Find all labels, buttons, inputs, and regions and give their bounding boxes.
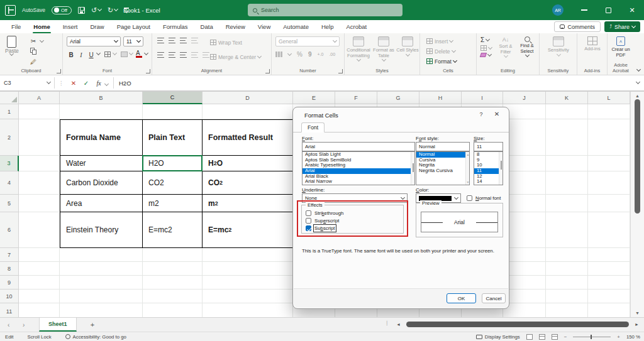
grid-cell[interactable] bbox=[143, 262, 203, 276]
accounting-format-icon[interactable] bbox=[275, 51, 282, 57]
alignment-launcher-icon[interactable] bbox=[265, 69, 270, 73]
row-header-3[interactable]: 3 bbox=[0, 156, 19, 171]
horizontal-scrollbar[interactable] bbox=[405, 322, 631, 327]
new-sheet-button[interactable]: + bbox=[88, 320, 97, 329]
table-header-cell[interactable]: Formatted Result bbox=[203, 120, 292, 156]
font-style-input[interactable]: Normal bbox=[416, 142, 470, 151]
clear-button[interactable] bbox=[480, 53, 492, 57]
font-list-item[interactable]: Arial Narrow bbox=[303, 179, 414, 185]
formula-input[interactable]: H2O bbox=[114, 75, 631, 90]
restore-button[interactable] bbox=[596, 0, 620, 20]
column-header-i[interactable]: I bbox=[462, 92, 503, 104]
grid-cell[interactable] bbox=[19, 262, 60, 276]
grid-cell[interactable] bbox=[503, 262, 546, 276]
grid-cell[interactable] bbox=[546, 156, 588, 171]
row-header-7[interactable]: 7 bbox=[0, 248, 19, 262]
select-all-corner[interactable] bbox=[0, 92, 19, 104]
underline-dropdown[interactable]: None bbox=[302, 193, 408, 203]
merge-center-button[interactable]: Merge & Center bbox=[210, 52, 261, 62]
page-layout-view-icon[interactable] bbox=[539, 334, 545, 340]
grid-cell[interactable] bbox=[203, 104, 293, 119]
zoom-out-icon[interactable]: − bbox=[564, 334, 567, 340]
scrollbar-splitter-icon[interactable]: ⁞ bbox=[386, 320, 388, 327]
underline-button[interactable]: U bbox=[87, 50, 96, 59]
format-painter-icon[interactable]: 🖉 bbox=[29, 57, 38, 66]
share-button[interactable]: ⤴Share bbox=[604, 21, 640, 32]
row-header-1[interactable]: 1 bbox=[0, 104, 19, 119]
align-bottom-icon[interactable] bbox=[180, 38, 187, 43]
subscript-checkbox[interactable]: Subscript bbox=[306, 225, 335, 231]
ribbon-tab[interactable]: Insert bbox=[57, 20, 84, 33]
ribbon-tab[interactable]: View bbox=[252, 20, 277, 33]
grid-cell[interactable] bbox=[143, 290, 203, 303]
autosum-button[interactable]: Σ bbox=[480, 36, 492, 43]
grid-cell[interactable] bbox=[19, 195, 60, 212]
zoom-slider[interactable] bbox=[573, 337, 611, 337]
grid-cell[interactable] bbox=[588, 156, 630, 171]
bold-button[interactable]: B bbox=[67, 50, 75, 59]
fill-color-button[interactable] bbox=[121, 51, 128, 57]
number-format-combo[interactable]: General bbox=[275, 36, 340, 46]
ribbon-tab[interactable]: Page Layout bbox=[111, 20, 157, 33]
font-list-item[interactable]: Arabic Typesetting bbox=[303, 163, 414, 168]
row-header-6[interactable]: 6 bbox=[0, 212, 19, 248]
increase-decimal-icon[interactable]: +.0 bbox=[317, 52, 323, 57]
table-cell[interactable]: m2 bbox=[203, 195, 292, 212]
grid-cell[interactable] bbox=[203, 276, 293, 290]
column-header-h[interactable]: H bbox=[419, 92, 462, 104]
row-header-2[interactable]: 2 bbox=[0, 119, 19, 156]
ribbon-tab[interactable]: Formulas bbox=[157, 20, 194, 33]
align-top-icon[interactable] bbox=[157, 38, 164, 43]
copy-icon[interactable] bbox=[30, 48, 36, 55]
column-header-d[interactable]: D bbox=[203, 92, 293, 104]
font-launcher-icon[interactable] bbox=[146, 69, 150, 73]
minimize-button[interactable] bbox=[572, 0, 596, 20]
grid-cell[interactable] bbox=[60, 104, 143, 119]
borders-button[interactable] bbox=[104, 51, 111, 57]
zoom-in-icon[interactable]: + bbox=[617, 334, 620, 340]
ribbon-tab[interactable]: Draw bbox=[84, 20, 110, 33]
grid-cell[interactable] bbox=[546, 276, 588, 290]
prev-sheet-icon[interactable]: ‹ bbox=[8, 318, 9, 332]
table-cell[interactable]: E=mc2 bbox=[203, 212, 292, 247]
italic-button[interactable]: I bbox=[77, 50, 86, 59]
grid-cell[interactable] bbox=[60, 248, 143, 262]
row-header-8[interactable]: 8 bbox=[0, 262, 19, 276]
vertical-scroll-thumb[interactable] bbox=[635, 99, 640, 214]
tab-font[interactable]: Font bbox=[301, 122, 325, 133]
ribbon-tab[interactable]: Automate bbox=[277, 20, 315, 33]
sensitivity-button[interactable]: Sensitivity bbox=[545, 33, 572, 56]
column-header-a[interactable]: A bbox=[19, 92, 60, 104]
column-header-j[interactable]: J bbox=[503, 92, 546, 104]
name-box[interactable]: C3 bbox=[0, 75, 54, 90]
scroll-left-icon[interactable]: ◄ bbox=[396, 322, 401, 327]
grid-cell[interactable] bbox=[19, 119, 60, 156]
column-header-f[interactable]: F bbox=[335, 92, 377, 104]
column-header-e[interactable]: E bbox=[293, 92, 335, 104]
grid-cell[interactable] bbox=[19, 156, 60, 171]
excel-logo-icon[interactable] bbox=[5, 5, 16, 16]
grid-cell[interactable] bbox=[546, 104, 588, 119]
grid-cell[interactable] bbox=[588, 195, 630, 212]
grid-cell[interactable] bbox=[503, 248, 546, 262]
paste-button[interactable]: Paste bbox=[5, 36, 19, 55]
clipboard-launcher-icon[interactable] bbox=[57, 69, 61, 73]
conditional-formatting-button[interactable]: Conditional Formatting bbox=[345, 33, 372, 61]
next-sheet-icon[interactable]: › bbox=[23, 318, 25, 332]
comma-style-icon[interactable]: 9 bbox=[308, 51, 312, 58]
autosave-toggle[interactable]: Off bbox=[52, 6, 72, 14]
wrap-text-button[interactable]: Wrap Text bbox=[210, 38, 242, 47]
column-header-b[interactable]: B bbox=[60, 92, 143, 104]
size-list-scrollbar[interactable] bbox=[499, 152, 502, 185]
grid-cell[interactable] bbox=[546, 262, 588, 276]
table-cell[interactable]: m2 bbox=[143, 195, 203, 212]
vertical-scrollbar[interactable]: ▲ ▼ bbox=[630, 92, 644, 317]
table-header-cell[interactable]: Plain Text bbox=[143, 120, 203, 156]
dialog-close-icon[interactable]: ✕ bbox=[492, 111, 501, 117]
strikethrough-checkbox[interactable]: Strikethrough bbox=[306, 210, 343, 216]
table-cell[interactable]: H2O bbox=[203, 156, 292, 171]
grid-cell[interactable] bbox=[588, 212, 630, 248]
grid-cell[interactable] bbox=[19, 104, 60, 119]
style-list-scrollbar[interactable]: ▲▼ bbox=[465, 152, 469, 185]
grid-cell[interactable] bbox=[588, 119, 630, 156]
